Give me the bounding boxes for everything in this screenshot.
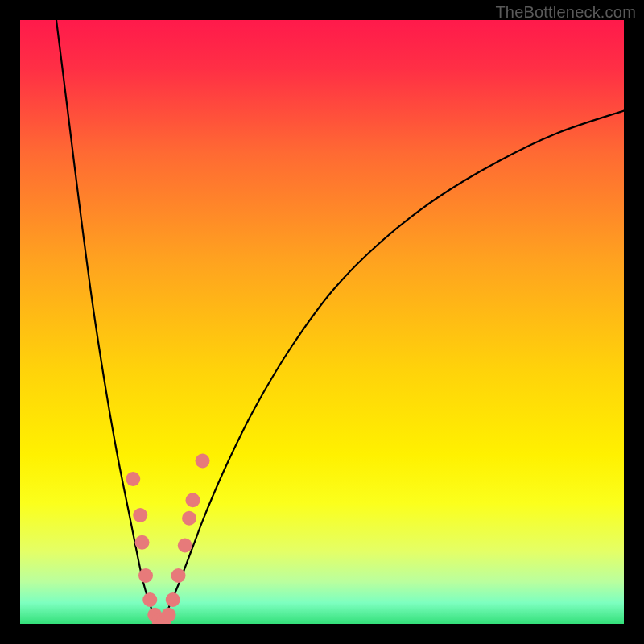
marker-dot xyxy=(186,493,200,507)
plot-area xyxy=(20,20,624,624)
marker-dot xyxy=(133,508,147,522)
marker-dot xyxy=(142,592,157,607)
marker-dot xyxy=(171,568,186,583)
curve-left-branch xyxy=(56,20,159,623)
chart-frame: TheBottleneck.com xyxy=(0,0,644,644)
marker-dot xyxy=(126,472,140,486)
curve-layer xyxy=(20,20,624,624)
curve-right-branch xyxy=(159,111,625,623)
watermark-label: TheBottleneck.com xyxy=(495,3,636,22)
marker-dot xyxy=(138,568,153,583)
marker-dot xyxy=(182,511,196,526)
marker-dot xyxy=(162,608,176,622)
marker-dot xyxy=(135,535,150,550)
marker-dot xyxy=(166,592,180,607)
marker-dot xyxy=(196,454,210,469)
marker-dot xyxy=(178,539,192,553)
marker-group xyxy=(126,454,209,625)
